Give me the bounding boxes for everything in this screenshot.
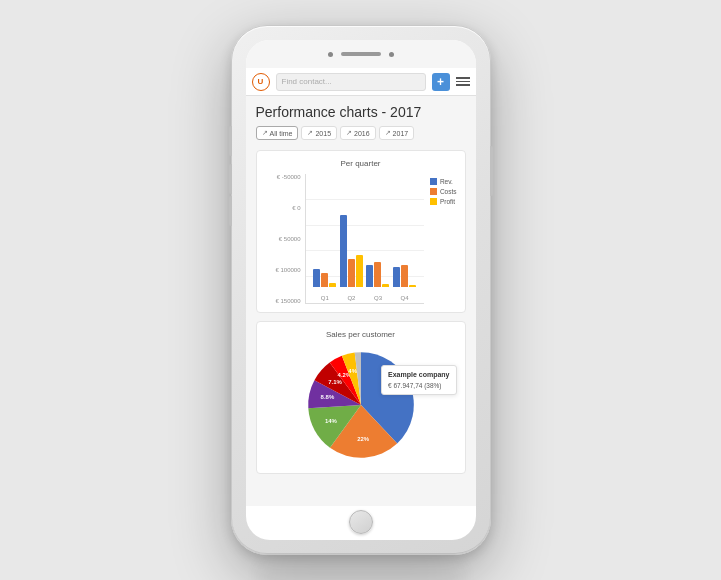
chart-area: Q1 Q2 Q3 Q4 bbox=[305, 174, 424, 304]
bar-group-q2 bbox=[340, 215, 363, 287]
legend-costs: Costs bbox=[430, 188, 457, 195]
bar-group-q3 bbox=[366, 262, 389, 287]
tab-2015[interactable]: ↗ 2015 bbox=[301, 126, 337, 140]
bars-area bbox=[306, 174, 424, 287]
pie-container: 38%22%14%8.8%7.1%4.2%4% Example company … bbox=[265, 345, 457, 465]
bar-q2-rev bbox=[340, 215, 347, 287]
x-axis-labels: Q1 Q2 Q3 Q4 bbox=[306, 295, 424, 301]
menu-line-2 bbox=[456, 81, 470, 83]
bar-q4-rev bbox=[393, 267, 400, 287]
y-label-4: € 100000 bbox=[265, 267, 301, 273]
legend-dot-profit bbox=[430, 198, 437, 205]
legend-dot-costs bbox=[430, 188, 437, 195]
y-label-2: € 0 bbox=[265, 205, 301, 211]
tooltip-amount: € 67.947,74 (38%) bbox=[388, 381, 449, 391]
y-label-3: € 50000 bbox=[265, 236, 301, 242]
logo-letter: U bbox=[257, 78, 265, 86]
legend-costs-label: Costs bbox=[440, 188, 457, 195]
pie-chart-card: Sales per customer 38%22%14%8.8%7.1%4.2%… bbox=[256, 321, 466, 474]
bar-group-q1 bbox=[313, 269, 336, 287]
bar-q3-profit bbox=[382, 284, 389, 287]
speaker-bar bbox=[341, 52, 381, 56]
bar-q4-costs bbox=[401, 265, 408, 287]
chart-icon-alltime: ↗ bbox=[262, 129, 268, 137]
bar-chart-legend: Rev. Costs Profit bbox=[424, 174, 457, 304]
legend-rev-label: Rev. bbox=[440, 178, 453, 185]
y-label-1: € -50000 bbox=[265, 174, 301, 180]
bar-q3-costs bbox=[374, 262, 381, 287]
x-label-q1: Q1 bbox=[321, 295, 329, 301]
phone-reflection bbox=[257, 555, 465, 580]
svg-text:8.8%: 8.8% bbox=[320, 394, 334, 400]
legend-profit: Profit bbox=[430, 198, 457, 205]
camera-dot bbox=[328, 52, 333, 57]
front-sensor bbox=[389, 52, 394, 57]
chart-icon-2015: ↗ bbox=[307, 129, 313, 137]
pie-chart-title: Sales per customer bbox=[265, 330, 457, 339]
bar-chart-card: Per quarter € 150000 € 100000 € 50000 € … bbox=[256, 150, 466, 313]
menu-line-1 bbox=[456, 77, 470, 79]
search-placeholder: Find contact... bbox=[282, 77, 332, 86]
legend-dot-rev bbox=[430, 178, 437, 185]
legend-rev: Rev. bbox=[430, 178, 457, 185]
menu-line-3 bbox=[456, 84, 470, 86]
bar-q1-costs bbox=[321, 273, 328, 287]
bar-q1-rev bbox=[313, 269, 320, 287]
tab-2015-label: 2015 bbox=[315, 130, 331, 137]
chart-icon-2017: ↗ bbox=[385, 129, 391, 137]
page-title: Performance charts - 2017 bbox=[256, 104, 466, 120]
menu-button[interactable] bbox=[456, 77, 470, 86]
tab-2017[interactable]: ↗ 2017 bbox=[379, 126, 415, 140]
app-content: U Find contact... + bbox=[246, 68, 476, 506]
x-label-q3: Q3 bbox=[374, 295, 382, 301]
svg-text:14%: 14% bbox=[324, 418, 337, 424]
home-button[interactable] bbox=[349, 510, 373, 534]
tooltip-company: Example company bbox=[388, 370, 449, 381]
tab-2016-label: 2016 bbox=[354, 130, 370, 137]
x-label-q4: Q4 bbox=[401, 295, 409, 301]
legend-profit-label: Profit bbox=[440, 198, 455, 205]
app-navbar: U Find contact... + bbox=[246, 68, 476, 96]
tab-2017-label: 2017 bbox=[393, 130, 409, 137]
phone-top-bar bbox=[246, 40, 476, 68]
phone-body: U Find contact... + bbox=[231, 25, 491, 555]
bar-q4-profit bbox=[409, 285, 416, 287]
add-icon: + bbox=[437, 75, 444, 89]
x-label-q2: Q2 bbox=[347, 295, 355, 301]
svg-text:22%: 22% bbox=[357, 436, 370, 442]
page-content: Performance charts - 2017 ↗ All time ↗ 2… bbox=[246, 96, 476, 506]
filter-tabs: ↗ All time ↗ 2015 ↗ 2016 ↗ bbox=[256, 126, 466, 140]
bar-q2-profit bbox=[356, 255, 363, 287]
bar-q2-costs bbox=[348, 259, 355, 287]
bar-q1-profit bbox=[329, 283, 336, 287]
bar-chart-title: Per quarter bbox=[265, 159, 457, 168]
phone-mockup: U Find contact... + bbox=[231, 25, 491, 555]
svg-text:4%: 4% bbox=[348, 368, 357, 374]
y-axis: € 150000 € 100000 € 50000 € 0 € -50000 bbox=[265, 174, 305, 304]
bar-q3-rev bbox=[366, 265, 373, 287]
tab-alltime-label: All time bbox=[270, 130, 293, 137]
tab-all-time[interactable]: ↗ All time bbox=[256, 126, 299, 140]
add-contact-button[interactable]: + bbox=[432, 73, 450, 91]
pie-chart-svg: 38%22%14%8.8%7.1%4.2%4% bbox=[301, 345, 421, 465]
search-bar[interactable]: Find contact... bbox=[276, 73, 426, 91]
pie-tooltip: Example company € 67.947,74 (38%) bbox=[381, 365, 456, 395]
app-logo: U bbox=[252, 73, 270, 91]
phone-screen: U Find contact... + bbox=[246, 40, 476, 540]
tab-2016[interactable]: ↗ 2016 bbox=[340, 126, 376, 140]
svg-text:7.1%: 7.1% bbox=[328, 379, 342, 385]
chart-icon-2016: ↗ bbox=[346, 129, 352, 137]
bar-group-q4 bbox=[393, 265, 416, 287]
y-label-5: € 150000 bbox=[265, 298, 301, 304]
